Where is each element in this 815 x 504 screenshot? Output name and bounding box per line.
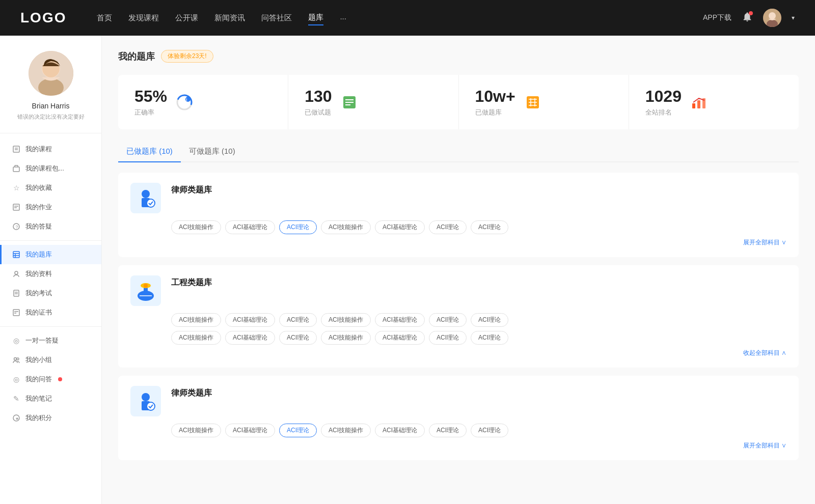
tag-2-1[interactable]: ACI基础理论 bbox=[225, 313, 275, 327]
profile-avatar bbox=[29, 51, 73, 96]
tag-2-13[interactable]: ACI理论 bbox=[471, 331, 508, 345]
sidebar-item-label: 我的课程包... bbox=[25, 164, 64, 173]
sidebar-item-favorites[interactable]: ☆ 我的收藏 bbox=[0, 178, 101, 198]
sidebar-item-profile[interactable]: 我的资料 bbox=[0, 264, 101, 284]
tab-done-banks[interactable]: 已做题库 (10) bbox=[118, 142, 181, 161]
tag-3-2[interactable]: ACI理论 bbox=[279, 424, 317, 437]
sidebar-item-my-course[interactable]: 我的课程 bbox=[0, 139, 101, 159]
notification-bell[interactable] bbox=[742, 11, 753, 24]
tag-2-8[interactable]: ACI基础理论 bbox=[225, 331, 275, 345]
stat-rank-value: 1029 bbox=[645, 87, 682, 106]
tag-1-4[interactable]: ACI基础理论 bbox=[375, 220, 425, 234]
tag-3-0[interactable]: ACI技能操作 bbox=[171, 424, 221, 437]
tag-3-4[interactable]: ACI基础理论 bbox=[375, 424, 425, 437]
tag-2-3[interactable]: ACI技能操作 bbox=[321, 313, 371, 327]
qa-icon: ? bbox=[12, 222, 20, 231]
tag-1-5[interactable]: ACI理论 bbox=[429, 220, 467, 234]
certificate-icon bbox=[12, 309, 20, 317]
qbank-expand-3[interactable]: 展开全部科目 ∨ bbox=[130, 441, 786, 450]
svg-rect-19 bbox=[13, 251, 19, 258]
qbank-icon-engineer bbox=[130, 275, 161, 306]
qbank-collapse-2[interactable]: 收起全部科目 ∧ bbox=[130, 349, 786, 357]
stat-accuracy-icon: i bbox=[175, 93, 194, 111]
sidebar-item-label: 我的证书 bbox=[25, 308, 52, 317]
tag-2-7[interactable]: ACI技能操作 bbox=[171, 331, 221, 345]
svg-point-53 bbox=[147, 199, 155, 207]
app-download-btn[interactable]: APP下载 bbox=[703, 13, 731, 22]
tag-3-6[interactable]: ACI理论 bbox=[471, 424, 508, 437]
sidebar-item-certificate[interactable]: 我的证书 bbox=[0, 303, 101, 322]
qbank-icon-lawyer-1 bbox=[130, 183, 161, 213]
exam-icon bbox=[12, 289, 20, 297]
nav-home[interactable]: 首页 bbox=[97, 11, 112, 25]
tag-2-11[interactable]: ACI基础理论 bbox=[375, 331, 425, 345]
nav-qa[interactable]: 问答社区 bbox=[261, 11, 292, 25]
sidebar-item-label: 我的答疑 bbox=[25, 222, 52, 231]
sidebar-item-points[interactable]: ★ 我的积分 bbox=[0, 408, 101, 428]
avatar[interactable] bbox=[763, 9, 781, 27]
nav-more[interactable]: ··· bbox=[340, 12, 346, 24]
stat-accuracy-value: 55% bbox=[134, 87, 167, 106]
content-area: 我的题库 体验剩余23天! 55% 正确率 i bbox=[102, 36, 815, 504]
nav-news[interactable]: 新闻资讯 bbox=[214, 11, 245, 25]
homework-icon bbox=[12, 203, 20, 211]
tag-2-5[interactable]: ACI理论 bbox=[429, 313, 467, 327]
sidebar-item-group[interactable]: 我的小组 bbox=[0, 350, 101, 370]
svg-text:i: i bbox=[186, 98, 187, 101]
sidebar-item-qbank[interactable]: 我的题库 bbox=[0, 245, 101, 264]
tag-1-1[interactable]: ACI基础理论 bbox=[225, 220, 275, 234]
stat-done-questions-label: 已做试题 bbox=[305, 108, 332, 117]
tag-2-2[interactable]: ACI理论 bbox=[279, 313, 317, 327]
page-title: 我的题库 bbox=[118, 50, 155, 63]
logo[interactable]: LOGO bbox=[20, 10, 66, 26]
tag-2-9[interactable]: ACI理论 bbox=[279, 331, 317, 345]
sidebar-item-course-pkg[interactable]: 我的课程包... bbox=[0, 159, 101, 178]
avatar-image bbox=[763, 9, 781, 27]
svg-rect-10 bbox=[13, 167, 19, 172]
qbank-header-3: 律师类题库 bbox=[130, 386, 786, 416]
sidebar-item-1on1[interactable]: ◎ 一对一答疑 bbox=[0, 331, 101, 350]
stat-done-banks-icon bbox=[524, 93, 542, 111]
nav-qbank[interactable]: 题库 bbox=[308, 11, 323, 25]
tab-available-banks[interactable]: 可做题库 (10) bbox=[181, 142, 243, 161]
tag-1-0[interactable]: ACI技能操作 bbox=[171, 220, 221, 234]
page-title-row: 我的题库 体验剩余23天! bbox=[118, 50, 799, 63]
qbank-card-engineer: 工程类题库 ACI技能操作 ACI基础理论 ACI理论 ACI技能操作 ACI基… bbox=[118, 265, 799, 368]
qbank-header-1: 律师类题库 bbox=[130, 183, 786, 213]
notes-icon: ✎ bbox=[12, 395, 20, 403]
nav-open-course[interactable]: 公开课 bbox=[175, 11, 198, 25]
tag-2-12[interactable]: ACI理论 bbox=[429, 331, 467, 345]
sidebar-item-exam[interactable]: 我的考试 bbox=[0, 284, 101, 303]
tag-1-2[interactable]: ACI理论 bbox=[279, 220, 317, 234]
tag-2-6[interactable]: ACI理论 bbox=[471, 313, 508, 327]
avatar-dropdown-arrow[interactable]: ▾ bbox=[792, 14, 795, 21]
sidebar-item-label: 我的积分 bbox=[25, 413, 52, 423]
sidebar-item-homework[interactable]: 我的作业 bbox=[0, 198, 101, 217]
svg-rect-48 bbox=[692, 103, 695, 108]
tag-3-3[interactable]: ACI技能操作 bbox=[321, 424, 371, 437]
sidebar-item-label: 我的资料 bbox=[25, 269, 52, 278]
svg-point-31 bbox=[17, 358, 19, 360]
one-on-one-icon: ◎ bbox=[12, 337, 20, 345]
sidebar: Brian Harris 错误的决定比没有决定要好 我的课程 我的课程包... … bbox=[0, 36, 102, 504]
tabs-row: 已做题库 (10) 可做题库 (10) bbox=[118, 142, 799, 162]
tag-3-5[interactable]: ACI理论 bbox=[429, 424, 467, 437]
tag-2-0[interactable]: ACI技能操作 bbox=[171, 313, 221, 327]
sidebar-item-my-qa[interactable]: ◎ 我的问答 bbox=[0, 370, 101, 389]
stat-accuracy-content: 55% 正确率 bbox=[134, 87, 167, 117]
nav-discover[interactable]: 发现课程 bbox=[128, 11, 159, 25]
tag-1-6[interactable]: ACI理论 bbox=[471, 220, 508, 234]
tag-1-3[interactable]: ACI技能操作 bbox=[321, 220, 371, 234]
svg-point-30 bbox=[14, 358, 17, 360]
qbank-expand-1[interactable]: 展开全部科目 ∨ bbox=[130, 238, 786, 247]
qbank-icon-lawyer-2 bbox=[130, 386, 161, 416]
tag-2-4[interactable]: ACI基础理论 bbox=[375, 313, 425, 327]
sidebar-item-qa[interactable]: ? 我的答疑 bbox=[0, 217, 101, 236]
tag-3-1[interactable]: ACI基础理论 bbox=[225, 424, 275, 437]
trial-badge: 体验剩余23天! bbox=[161, 50, 213, 63]
sidebar-item-label: 我的笔记 bbox=[25, 394, 52, 403]
sidebar-item-notes[interactable]: ✎ 我的笔记 bbox=[0, 389, 101, 408]
stat-done-banks-value: 10w+ bbox=[475, 87, 515, 106]
qbank-tags-row2: ACI技能操作 ACI基础理论 ACI理论 ACI技能操作 ACI基础理论 AC… bbox=[130, 331, 786, 345]
tag-2-10[interactable]: ACI技能操作 bbox=[321, 331, 371, 345]
